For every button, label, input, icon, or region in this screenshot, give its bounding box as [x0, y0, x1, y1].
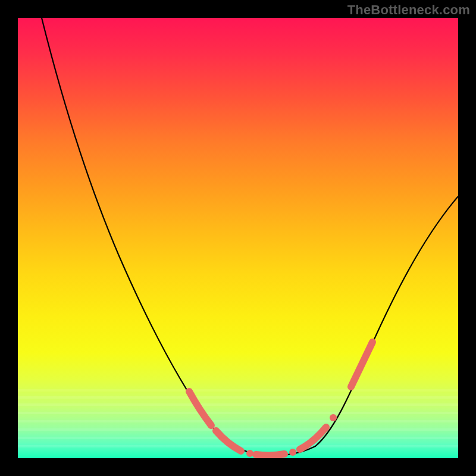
bottleneck-curve [18, 18, 458, 458]
curve-path [42, 18, 458, 456]
watermark: TheBottleneck.com [347, 2, 470, 18]
plot-area [18, 18, 458, 458]
chart-container: TheBottleneck.com [0, 0, 476, 476]
svg-point-0 [246, 450, 253, 457]
svg-point-2 [330, 414, 337, 421]
highlight-segments [189, 342, 372, 457]
svg-point-1 [289, 449, 296, 456]
